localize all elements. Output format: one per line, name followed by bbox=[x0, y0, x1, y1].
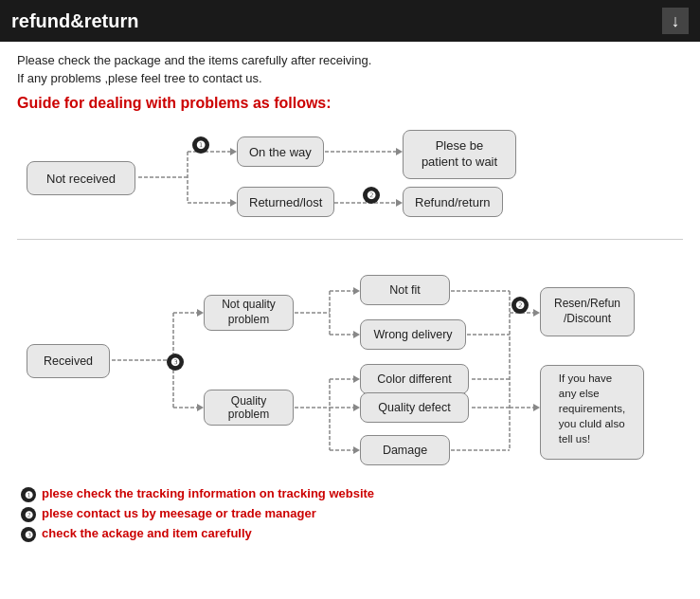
svg-marker-37 bbox=[533, 309, 540, 317]
footnote-2-text: plese contact us by meesage or trade man… bbox=[42, 506, 316, 520]
quality-defect-node: Quality defect bbox=[360, 392, 469, 423]
footnotes: ❶ plese check the tracking information o… bbox=[17, 486, 683, 542]
resen-refund-node: Resen/Refun/Discount bbox=[540, 287, 635, 336]
svg-marker-25 bbox=[353, 375, 360, 383]
refund-return-node: Refund/return bbox=[403, 187, 503, 217]
not-quality-problem-node: Not qualityproblem bbox=[204, 295, 294, 331]
svg-marker-19 bbox=[353, 287, 360, 295]
top-diagram: Not received ❶ On the way ❷ Plese bepati… bbox=[27, 125, 683, 229]
svg-marker-7 bbox=[396, 148, 403, 155]
svg-marker-27 bbox=[353, 404, 360, 411]
on-the-way-node: On the way bbox=[237, 136, 324, 167]
footnote-2: ❷ plese contact us by meesage or trade m… bbox=[21, 506, 683, 522]
svg-marker-5 bbox=[230, 199, 237, 207]
not-fit-node: Not fit bbox=[360, 275, 450, 305]
wrong-delivery-node: Wrong delivery bbox=[360, 319, 466, 350]
guide-title: Guide for dealing with problems as follo… bbox=[17, 95, 683, 112]
received-node: Received bbox=[27, 344, 110, 378]
body-content: Please check the package and the items c… bbox=[0, 42, 700, 555]
damage-node: Damage bbox=[360, 435, 450, 465]
footnote-2-num: ❷ bbox=[21, 507, 36, 522]
badge2: ❷ bbox=[363, 187, 380, 204]
bottom-diagram: Received ❸ Not qualityproblem Qualitypro… bbox=[27, 251, 683, 469]
footnote-3: ❸ check the ackage and item carefully bbox=[21, 526, 683, 542]
page-header: refund&return ↓ bbox=[0, 0, 700, 42]
intro-line1: Please check the package and the items c… bbox=[17, 53, 683, 67]
color-different-node: Color different bbox=[360, 364, 469, 394]
header-arrow-icon: ↓ bbox=[662, 8, 689, 34]
not-received-node: Not received bbox=[27, 161, 135, 195]
svg-marker-13 bbox=[197, 309, 204, 317]
footnote-1: ❶ plese check the tracking information o… bbox=[21, 486, 683, 502]
footnote-1-num: ❶ bbox=[21, 487, 36, 502]
svg-marker-3 bbox=[230, 148, 237, 155]
footnote-3-text: check the ackage and item carefully bbox=[42, 526, 252, 540]
requirements-note-node: If you haveany elserequirements,you clul… bbox=[540, 365, 644, 460]
badge3: ❸ bbox=[167, 354, 184, 371]
header-title: refund&return bbox=[11, 10, 138, 32]
footnote-3-num: ❸ bbox=[21, 527, 36, 542]
svg-marker-21 bbox=[353, 331, 360, 338]
badge2-bottom: ❷ bbox=[512, 297, 529, 314]
intro-line2: If any problems ,plese feel tree to cont… bbox=[17, 71, 683, 85]
quality-problem-node: Qualityproblem bbox=[204, 390, 294, 426]
svg-marker-9 bbox=[396, 199, 403, 207]
returned-lost-node: Returned/lost bbox=[237, 187, 334, 217]
svg-marker-29 bbox=[353, 446, 360, 454]
divider bbox=[17, 239, 683, 240]
badge1: ❶ bbox=[192, 136, 209, 154]
svg-marker-39 bbox=[533, 404, 540, 411]
footnote-1-text: plese check the tracking information on … bbox=[42, 486, 374, 500]
patient-wait-node: Plese bepatient to wait bbox=[403, 130, 516, 179]
svg-marker-15 bbox=[197, 404, 204, 411]
